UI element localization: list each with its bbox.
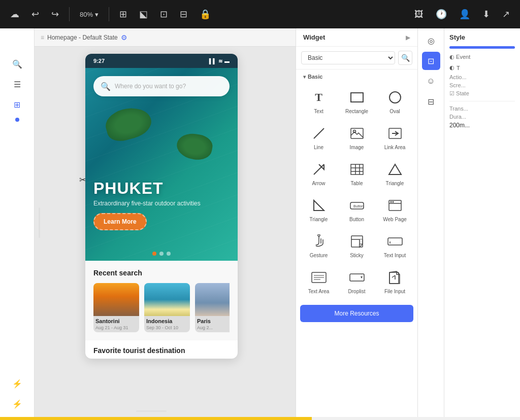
user-btn[interactable]: 👤 bbox=[455, 6, 474, 23]
web-page-widget-icon bbox=[386, 197, 404, 214]
widget-item-rectangle[interactable]: Rectangle bbox=[338, 84, 375, 119]
svg-point-4 bbox=[389, 92, 401, 103]
triangle-widget-label: Triangle bbox=[386, 181, 404, 187]
hero-water-lines bbox=[85, 68, 238, 261]
sidebar-list-btn[interactable]: ☰ bbox=[7, 75, 27, 93]
image-library-btn[interactable]: 🖼 bbox=[410, 6, 428, 23]
event-icon: ◐ bbox=[449, 54, 454, 60]
button-widget-label: Button bbox=[349, 217, 364, 223]
right-panel-action-btn[interactable]: ⊟ bbox=[422, 92, 440, 111]
widget-item-triangle2[interactable]: Triangle bbox=[300, 192, 337, 227]
lock-btn[interactable]: 🔒 bbox=[196, 6, 215, 23]
web-page-widget-label: Web Page bbox=[383, 217, 407, 223]
button-widget-icon: Button bbox=[348, 197, 366, 214]
sidebar-search-btn[interactable]: 🔍 bbox=[7, 55, 27, 73]
widget-item-button[interactable]: Button Button bbox=[338, 192, 375, 227]
widget-item-image[interactable]: Image bbox=[338, 120, 375, 155]
share-btn[interactable]: ↗ bbox=[498, 6, 514, 23]
canvas-scroll-v bbox=[39, 207, 40, 238]
widget-item-line[interactable]: Line bbox=[300, 120, 337, 155]
search-bar[interactable]: 🔍 Where do you want to go? bbox=[93, 76, 230, 96]
layout-btn[interactable]: ⬕ bbox=[135, 6, 152, 23]
widget-item-link-area[interactable]: Link Area bbox=[376, 120, 413, 155]
widget-item-web-page[interactable]: Web Page bbox=[376, 192, 413, 227]
transition-label: Trans... bbox=[449, 106, 515, 112]
canvas-area[interactable]: ≡ Homepage - Default State ⚙ ✂ 👤 9:27 ▌▌… bbox=[35, 28, 296, 417]
widget-item-oval[interactable]: Oval bbox=[376, 84, 413, 119]
download-btn[interactable]: ⬇ bbox=[478, 6, 494, 23]
sidebar-dot bbox=[15, 118, 19, 122]
dest-card-indonesia[interactable]: Indonesia Sep 30 - Oct 10 bbox=[144, 283, 190, 332]
widget-item-text-input[interactable]: Text Input bbox=[376, 228, 413, 263]
state-label: ☑ State bbox=[449, 90, 515, 97]
widget-item-arrow[interactable]: Arrow bbox=[300, 156, 337, 191]
link-area-widget-label: Link Area bbox=[384, 145, 406, 151]
style-panel-title: Style bbox=[449, 33, 515, 41]
dot-3 bbox=[167, 252, 171, 256]
text-input-widget-icon bbox=[386, 233, 404, 250]
dest-card-paris[interactable]: Paris Aug 2... bbox=[195, 283, 230, 332]
widget-item-sticky[interactable]: Sticky bbox=[338, 228, 375, 263]
sidebar-action-btn-1[interactable]: ⚡ bbox=[7, 374, 27, 393]
sticky-widget-icon bbox=[348, 233, 366, 250]
history-btn[interactable]: 🕐 bbox=[432, 6, 451, 23]
sidebar-grid-btn[interactable]: ⊞ bbox=[7, 95, 27, 114]
recent-search-title: Recent search bbox=[93, 269, 230, 277]
svg-marker-17 bbox=[314, 200, 324, 211]
gesture-widget-label: Gesture bbox=[310, 253, 328, 259]
undo-icon: ↩ bbox=[31, 9, 39, 20]
toolbar-right: 🖼 🕐 👤 ⬇ ↗ bbox=[410, 6, 514, 23]
triangle2-widget-icon bbox=[310, 197, 328, 214]
trigger-row: ◐ T bbox=[449, 64, 515, 71]
upload-btn[interactable]: ☁ bbox=[6, 6, 23, 23]
widget-item-droplist[interactable]: Droplist bbox=[338, 264, 375, 299]
top-toolbar: ☁ ↩ ↪ 80% ▾ ⊞ ⬕ ⊡ ⊟ 🔒 🖼 🕐 👤 ⬇ ↗ bbox=[0, 0, 520, 28]
dest-card-santorini[interactable]: Santorini Aug 21 - Aug 31 bbox=[93, 283, 139, 332]
group-btn[interactable]: ⊟ bbox=[176, 6, 191, 23]
undo-btn[interactable]: ↩ bbox=[27, 6, 43, 23]
text-area-widget-label: Text Area bbox=[308, 289, 330, 295]
widget-search-btn[interactable]: 🔍 bbox=[398, 51, 412, 65]
gesture-widget-icon bbox=[310, 233, 328, 250]
screen-label: Scre... bbox=[449, 82, 515, 88]
dest-img-santorini bbox=[93, 283, 139, 316]
file-input-widget-icon bbox=[386, 269, 404, 286]
svg-marker-34 bbox=[361, 276, 363, 278]
sidebar-action-btn-2[interactable]: ⚡ bbox=[7, 395, 27, 413]
widget-filter-select[interactable]: Basic Advanced Custom bbox=[301, 51, 395, 64]
right-panel-widget-btn[interactable]: ⊡ bbox=[422, 52, 440, 70]
zoom-control[interactable]: 80% ▾ bbox=[76, 9, 103, 20]
widget-item-text[interactable]: T Text bbox=[300, 84, 337, 119]
table-widget-label: Table bbox=[351, 181, 363, 187]
droplist-widget-label: Droplist bbox=[348, 289, 366, 295]
svg-point-24 bbox=[318, 234, 320, 236]
widget-item-file-input[interactable]: File Input bbox=[376, 264, 413, 299]
text-area-widget-icon bbox=[310, 269, 328, 286]
image-widget-label: Image bbox=[350, 145, 364, 151]
event-label: ◐ Event bbox=[449, 54, 515, 60]
text-widget-icon: T bbox=[310, 89, 328, 106]
image-widget-icon bbox=[348, 125, 366, 142]
align-btn[interactable]: ⊞ bbox=[115, 6, 131, 23]
right-panel: ◎ ⊡ ☺ ⊟ bbox=[417, 28, 444, 417]
trigger-icon: ◐ bbox=[449, 64, 454, 71]
right-panel-interact-btn[interactable]: ☺ bbox=[422, 72, 440, 90]
component-btn[interactable]: ⊡ bbox=[156, 6, 172, 23]
dest-img-indonesia bbox=[144, 283, 190, 316]
widget-item-text-area[interactable]: Text Area bbox=[300, 264, 337, 299]
breadcrumb-settings-icon[interactable]: ⚙ bbox=[121, 33, 127, 42]
redo-btn[interactable]: ↪ bbox=[47, 6, 63, 23]
table-widget-icon bbox=[348, 161, 366, 178]
widget-filter-row: Basic Advanced Custom 🔍 bbox=[296, 47, 417, 69]
more-resources-btn[interactable]: More Resources bbox=[300, 305, 413, 322]
learn-more-btn[interactable]: Learn More bbox=[93, 213, 147, 230]
line-widget-label: Line bbox=[314, 145, 323, 151]
breadcrumb-text: Homepage - Default State bbox=[47, 34, 118, 41]
right-panel-target-btn[interactable]: ◎ bbox=[422, 31, 440, 50]
status-time: 9:27 bbox=[93, 58, 105, 64]
widget-item-triangle[interactable]: Triangle bbox=[376, 156, 413, 191]
widget-item-table[interactable]: Table bbox=[338, 156, 375, 191]
widget-panel: Widget ▶ Basic Advanced Custom 🔍 ▾ Basic… bbox=[296, 28, 417, 417]
hero-subtitle: Extraordinary five-star outdoor activiti… bbox=[93, 200, 230, 207]
widget-item-gesture[interactable]: Gesture bbox=[300, 228, 337, 263]
